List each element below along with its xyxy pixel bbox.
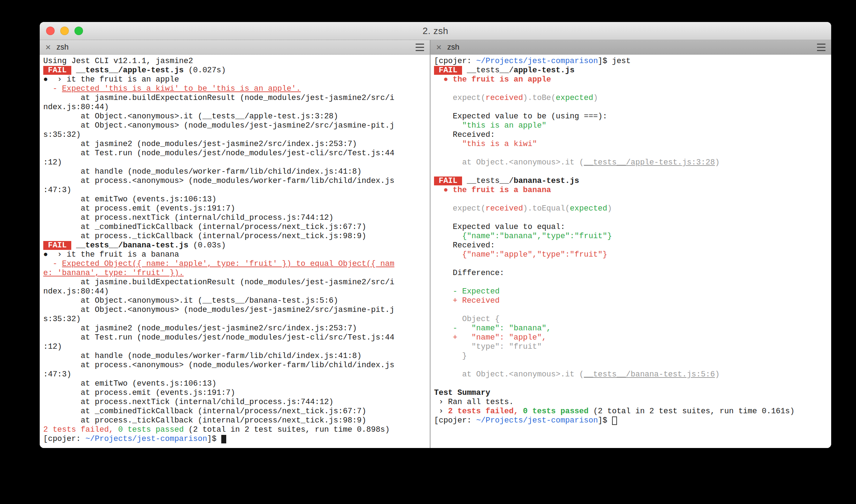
terminal-text-segment: ● › it the fruit is a banana	[43, 250, 179, 259]
terminal-line: ● › it the fruit is a banana	[43, 250, 426, 259]
terminal-text-segment: {"name":"banana","type":"fruit"}	[434, 232, 612, 241]
terminal-line	[434, 379, 828, 388]
terminal-line: {"name":"apple","type":"fruit"}	[434, 250, 828, 259]
close-pane-icon[interactable]: ×	[436, 43, 441, 52]
terminal-line	[434, 213, 828, 223]
minimize-window-button[interactable]	[60, 27, 69, 35]
terminal-text-segment: Difference:	[434, 269, 504, 278]
terminal-text-segment: Expected value to equal:	[434, 223, 565, 231]
terminal-text-segment: :12)	[43, 158, 62, 167]
terminal-text-segment: __tests__/apple-test.js	[76, 66, 184, 75]
terminal-text-segment: 2 tests failed,	[43, 425, 113, 434]
left-pane: × zsh Using Jest CLI v12.1.1, jasmine2 F…	[40, 40, 430, 448]
terminal-line: expect(received).toBe(expected)	[434, 94, 828, 103]
terminal-line: :47:3)	[43, 186, 426, 195]
terminal-text-segment: at Object.<anonymous> (node_modules/jest…	[43, 306, 394, 314]
terminal-line: at Object.<anonymous>.it (__tests__/appl…	[43, 112, 426, 121]
terminal-line: at handle (node_modules/worker-farm/lib/…	[43, 167, 426, 177]
close-pane-icon[interactable]: ×	[45, 43, 51, 52]
terminal-line	[434, 103, 828, 112]
terminal-text-segment: -	[43, 84, 62, 93]
terminal-text-segment: s:35:32)	[43, 130, 81, 139]
left-pane-titlebar[interactable]: × zsh	[40, 40, 430, 55]
terminal-line: [cpojer: ~/Projects/jest-comparison]$	[43, 435, 426, 444]
terminal-text-segment: (2 total in 2 test suites, run time 0.16…	[589, 407, 795, 416]
right-pane: × zsh [cpojer: ~/Projects/jest-compariso…	[430, 40, 831, 448]
hamburger-menu-icon[interactable]	[416, 43, 424, 52]
terminal-line	[434, 361, 828, 370]
terminal-line: - Expected Object({ name: 'apple', type:…	[43, 259, 426, 269]
terminal-line: ● › it the fruit is an apple	[43, 75, 426, 84]
terminal-text-segment: "this is an apple"	[434, 121, 546, 130]
terminal-line: ● the fruit is a banana	[434, 186, 828, 195]
terminal-line: + "name": "apple",	[434, 333, 828, 342]
pane-title: zsh	[447, 43, 459, 52]
terminal-text-segment: Using Jest CLI v12.1.1, jasmine2	[43, 57, 193, 66]
terminal-text-segment: ]$	[207, 435, 221, 443]
terminal-text-segment: )	[593, 94, 598, 102]
terminal-text-segment: Received:	[434, 241, 495, 250]
terminal-line: "this is an apple"	[434, 121, 828, 130]
terminal-text-segment: at emitTwo (events.js:106:13)	[43, 195, 216, 204]
left-terminal-output[interactable]: Using Jest CLI v12.1.1, jasmine2 FAIL __…	[40, 55, 430, 448]
terminal-text-segment: expected	[570, 204, 607, 213]
terminal-text-segment: ndex.js:80:44)	[43, 287, 109, 296]
terminal-line: ndex.js:80:44)	[43, 287, 426, 296]
terminal-line: ● the fruit is an apple	[434, 75, 828, 84]
terminal-text-segment: :47:3)	[43, 370, 71, 379]
terminal-line: - Expected 'this is a kiwi' to be 'this …	[43, 84, 426, 94]
hamburger-menu-icon[interactable]	[817, 43, 826, 52]
terminal-text-segment: - Expected	[434, 287, 500, 296]
terminal-text-segment: at process.<anonymous> (node_modules/wor…	[43, 361, 394, 370]
terminal-text-segment: + Received	[434, 296, 500, 305]
terminal-text-segment: at Object.<anonymous>.it (__tests__/appl…	[43, 112, 338, 121]
fail-badge: FAIL	[434, 66, 462, 75]
terminal-line: at process._tickCallback (internal/proce…	[43, 232, 426, 241]
terminal-line: at process.<anonymous> (node_modules/wor…	[43, 361, 426, 370]
terminal-text-segment: ).toBe(	[523, 94, 556, 102]
terminal-text-segment	[71, 66, 76, 75]
terminal-text-segment: expect(	[434, 204, 485, 213]
terminal-line: at process.<anonymous> (node_modules/wor…	[43, 177, 426, 186]
terminal-text-segment: at process._tickCallback (internal/proce…	[43, 232, 366, 241]
terminal-line	[434, 167, 828, 177]
right-pane-titlebar[interactable]: × zsh	[430, 40, 831, 55]
terminal-text-segment: __tests__/banana-test.js	[76, 241, 188, 250]
right-terminal-output[interactable]: [cpojer: ~/Projects/jest-comparison]$ je…	[430, 55, 831, 448]
terminal-line: s:35:32)	[43, 130, 426, 140]
terminal-text-segment	[518, 407, 523, 416]
terminal-line: FAIL __tests__/apple-test.js (0.027s)	[43, 66, 426, 75]
terminal-text-segment: at handle (node_modules/worker-farm/lib/…	[43, 352, 362, 360]
close-window-button[interactable]	[46, 27, 55, 35]
terminal-text-segment: ›	[434, 407, 448, 416]
terminal-line: › Ran all tests.	[434, 398, 828, 407]
terminal-text-segment: + "name": "apple",	[434, 333, 546, 342]
terminal-line: FAIL __tests__/banana-test.js (0.03s)	[43, 241, 426, 250]
terminal-line: Received:	[434, 130, 828, 140]
terminal-line: }	[434, 352, 828, 361]
terminal-line	[434, 195, 828, 204]
terminal-text-segment: at Object.<anonymous> (node_modules/jest…	[43, 121, 394, 130]
terminal-text-segment: at Object.<anonymous>.it (__tests__/bana…	[43, 296, 338, 305]
terminal-text-segment: ndex.js:80:44)	[43, 103, 109, 112]
terminal-text-segment: -	[43, 259, 62, 268]
zoom-window-button[interactable]	[74, 27, 83, 35]
terminal-text-segment: at Object.<anonymous>.it (	[434, 370, 584, 379]
terminal-line: :12)	[43, 158, 426, 167]
terminal-line	[434, 149, 828, 158]
terminal-text-segment	[113, 425, 118, 434]
terminal-line: at process.emit (events.js:191:7)	[43, 388, 426, 398]
terminal-text-segment: expect(	[434, 94, 485, 102]
terminal-line: at Object.<anonymous> (node_modules/jest…	[43, 306, 426, 315]
terminal-text-segment: at process.emit (events.js:191:7)	[43, 388, 235, 397]
window-title: 2. zsh	[423, 26, 448, 37]
window-titlebar[interactable]: 2. zsh	[40, 22, 831, 40]
terminal-text-segment: ]$ jest	[598, 57, 630, 66]
pane-title: zsh	[56, 43, 68, 52]
terminal-text-segment: :12)	[43, 342, 62, 351]
terminal-text-segment: at _combinedTickCallback (internal/proce…	[43, 223, 366, 231]
terminal-text-segment: Expected 'this is a kiwi' to be 'this is…	[62, 84, 301, 93]
terminal-text-segment: __tests__/	[467, 66, 513, 75]
fail-badge: FAIL	[434, 177, 462, 185]
terminal-text-segment: [cpojer:	[434, 57, 476, 66]
